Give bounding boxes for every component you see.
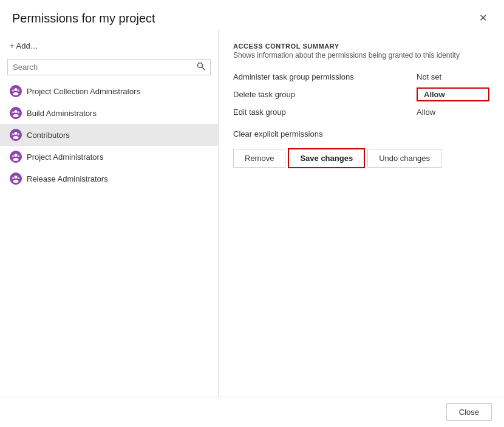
group-list-item[interactable]: Release Administrators bbox=[0, 168, 218, 190]
svg-point-15 bbox=[12, 133, 15, 135]
acs-subtitle: Shows information about the permissions … bbox=[233, 51, 489, 60]
perm-label: Administer task group permissions bbox=[233, 72, 417, 81]
dialog-body: + Add… Proj bbox=[0, 30, 504, 397]
search-input[interactable] bbox=[8, 60, 192, 75]
svg-point-9 bbox=[13, 114, 19, 117]
clear-explicit-label: Clear explicit permissions bbox=[233, 129, 489, 138]
svg-point-19 bbox=[13, 158, 19, 161]
group-item-label: Build Administrators bbox=[27, 109, 97, 118]
svg-line-1 bbox=[202, 67, 205, 70]
perm-row: Delete task groupAllow bbox=[233, 84, 489, 104]
svg-point-25 bbox=[12, 177, 15, 179]
permissions-table: Administer task group permissionsNot set… bbox=[233, 69, 489, 120]
search-box bbox=[7, 59, 211, 75]
group-list-item[interactable]: Contributors bbox=[0, 124, 218, 146]
dialog-close-button[interactable]: ✕ bbox=[474, 11, 492, 26]
group-item-label: Project Collection Administrators bbox=[27, 87, 140, 96]
svg-point-18 bbox=[15, 154, 18, 157]
svg-point-26 bbox=[18, 177, 20, 179]
perm-value: Allow bbox=[417, 108, 489, 117]
svg-point-5 bbox=[12, 89, 15, 92]
svg-point-10 bbox=[12, 111, 15, 114]
group-item-label: Project Administrators bbox=[27, 152, 103, 162]
svg-point-4 bbox=[13, 92, 19, 95]
group-icon bbox=[10, 107, 22, 119]
perm-label: Delete task group bbox=[233, 90, 417, 99]
group-list: Project Collection Administrators Build … bbox=[0, 80, 218, 391]
svg-point-16 bbox=[18, 133, 20, 135]
search-icon-button[interactable] bbox=[192, 60, 210, 75]
perm-value[interactable]: Allow bbox=[417, 87, 489, 101]
save-changes-button[interactable]: Save changes bbox=[288, 148, 365, 168]
right-panel: ACCESS CONTROL SUMMARY Shows information… bbox=[219, 30, 504, 397]
group-icon bbox=[10, 85, 22, 97]
svg-point-14 bbox=[13, 136, 19, 139]
add-button[interactable]: + Add… bbox=[0, 36, 218, 55]
group-icon bbox=[10, 151, 22, 163]
perm-row: Administer task group permissionsNot set bbox=[233, 69, 489, 84]
remove-button[interactable]: Remove bbox=[233, 149, 285, 168]
group-list-item[interactable]: Build Administrators bbox=[0, 102, 218, 124]
perm-label: Edit task group bbox=[233, 108, 417, 117]
action-buttons: Remove Save changes Undo changes bbox=[233, 148, 489, 168]
perm-row: Edit task groupAllow bbox=[233, 104, 489, 120]
group-icon bbox=[10, 129, 22, 141]
svg-point-20 bbox=[12, 155, 15, 157]
dialog-footer: Close bbox=[0, 397, 504, 427]
svg-point-13 bbox=[15, 132, 18, 135]
svg-point-23 bbox=[15, 176, 18, 179]
perm-value: Not set bbox=[417, 72, 489, 81]
svg-point-8 bbox=[15, 110, 18, 113]
search-icon bbox=[197, 62, 205, 70]
svg-point-6 bbox=[18, 89, 20, 92]
group-item-label: Contributors bbox=[27, 131, 70, 140]
svg-point-21 bbox=[18, 155, 20, 157]
group-list-item[interactable]: Project Administrators bbox=[0, 146, 218, 168]
footer-close-button[interactable]: Close bbox=[446, 403, 492, 421]
svg-point-11 bbox=[18, 111, 20, 114]
left-panel: + Add… Proj bbox=[0, 30, 219, 397]
group-list-item[interactable]: Project Collection Administrators bbox=[0, 80, 218, 102]
undo-changes-button[interactable]: Undo changes bbox=[367, 149, 441, 168]
dialog: Permissions for my project ✕ + Add… bbox=[0, 0, 504, 427]
group-item-label: Release Administrators bbox=[27, 174, 108, 183]
acs-title: ACCESS CONTROL SUMMARY bbox=[233, 43, 489, 50]
dialog-header: Permissions for my project ✕ bbox=[0, 0, 504, 30]
svg-point-3 bbox=[15, 88, 18, 91]
group-icon bbox=[10, 173, 22, 185]
dialog-title: Permissions for my project bbox=[12, 12, 155, 26]
svg-point-24 bbox=[13, 180, 19, 183]
